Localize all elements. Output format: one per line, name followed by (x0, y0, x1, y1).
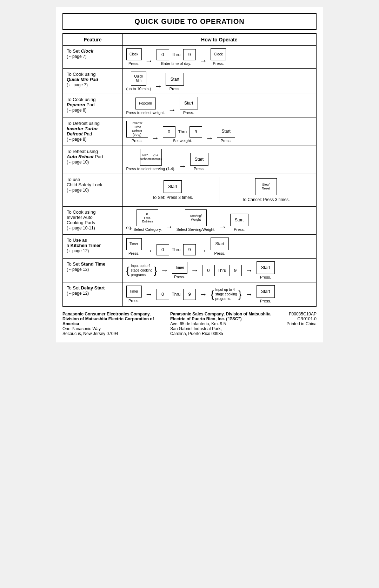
feature-ref: (← page 7) (67, 82, 88, 87)
arrow-icon: → (179, 162, 187, 171)
zero-key[interactable]: 0 (202, 265, 215, 276)
stopreset-key[interactable]: Stop/Reset (255, 178, 277, 195)
operate-inverterauto: eg. 8.Froz.Entrées Select Category. → Se… (122, 207, 316, 235)
operate-clock: Clock Press. → 0 Thru 9 Enter time of da… (122, 46, 316, 69)
set-weight-label: Set weight. (173, 139, 192, 143)
start-key[interactable]: Start (211, 238, 229, 250)
autoreheat-key[interactable]: AutoReheat(1-4 servings) (140, 149, 162, 166)
arrow-icon: → (154, 82, 162, 91)
froz-entrees-key[interactable]: 8.Froz.Entrées (137, 209, 158, 226)
footer-address-1: One Panasonic Way (62, 326, 163, 331)
feature-ref: (←page 8) (67, 137, 87, 142)
press-label: Press. (132, 139, 142, 143)
footer: Panasonic Consumer Electronics Company, … (62, 312, 317, 336)
start-key[interactable]: Start (190, 153, 208, 166)
table-row: To Use as a Kitchen Timer (←page 12) Tim… (63, 235, 316, 259)
start-key[interactable]: Start (217, 125, 235, 138)
page: QUICK GUIDE TO OPERATION Feature How to … (56, 7, 323, 342)
safety-cancel-section: Stop/Reset To Cancel: Press 3 times. (219, 177, 312, 203)
press-label-2: Press. (213, 61, 224, 66)
arrow-icon-2: → (199, 246, 207, 255)
zero-key[interactable]: 0 (163, 126, 175, 138)
press-label-2: Press. (214, 251, 225, 255)
press-label-2: Press. (260, 275, 271, 279)
clock-key-1[interactable]: Clock (126, 48, 142, 60)
operate-quickmin: QuickMin (up to 10 min.) → Start Press. (122, 69, 316, 94)
curly-open: { (211, 289, 214, 299)
guide-table: Feature How to Operate To Set Clock (←pa… (62, 33, 317, 307)
timer-key[interactable]: Timer (126, 238, 142, 250)
footer-left: Panasonic Consumer Electronics Company, … (62, 312, 163, 336)
feature-label: Quick Min Pad (67, 77, 98, 82)
table-row: To use Child Safety Lock (←page 10) Star… (63, 174, 316, 207)
start-key[interactable]: Start (257, 285, 275, 298)
operate-safety: Start To Set: Press 3 times. Stop/Reset … (122, 174, 316, 207)
arrow-icon: → (145, 56, 153, 66)
arrow-icon: → (152, 134, 159, 143)
zero-key[interactable]: 0 (157, 49, 169, 60)
code3: Printed in China (278, 321, 317, 326)
table-row: To Cook using Inverter Auto Cooking Pads… (63, 207, 316, 235)
zero-key[interactable]: 0 (157, 289, 169, 300)
feature-safety: To use Child Safety Lock (←page 10) (63, 174, 122, 207)
start-key[interactable]: Start (257, 261, 275, 274)
press-label: Press. (174, 275, 185, 279)
uptomin-label: (up to 10 min.) (126, 87, 151, 91)
press-label: Press. (128, 61, 139, 66)
code2: CR0101-0 (278, 316, 317, 321)
footer-codes: F00035C10AP CR0101-0 Printed in China (278, 312, 317, 336)
start-key[interactable]: Start (164, 180, 182, 193)
timer-key[interactable]: Timer (126, 286, 142, 298)
safety-set-section: Start To Set: Press 3 times. (126, 177, 220, 203)
feature-ref: (←page 12) (67, 291, 89, 296)
start-key[interactable]: Start (180, 97, 198, 109)
clock-key-2[interactable]: Clock (211, 48, 226, 60)
press-label: Press. (183, 111, 194, 115)
page-title: QUICK GUIDE TO OPERATION (62, 13, 317, 30)
footer-company-right: Panasonic Sales Company, Division of Mat… (170, 312, 271, 321)
footer-address-r2: San Gabriel Industrial Park, (170, 326, 271, 331)
table-row: To Cook using Quick Min Pad (← page 7) Q… (63, 69, 316, 94)
arrow-icon-3: → (245, 266, 253, 275)
start-key[interactable]: Start (166, 73, 184, 86)
feature-quickmin: To Cook using Quick Min Pad (← page 7) (63, 69, 122, 94)
curly-text: Input up to 4-stage cookingprograms. (214, 287, 239, 302)
header-operate: How to Operate (122, 34, 316, 46)
operate-timer: Timer Press. → 0 Thru 9 → (122, 235, 316, 259)
operate-inverter: InverterTurboDefrost(thAg) Press. → 0 Th… (122, 118, 316, 146)
nine-key[interactable]: 9 (183, 244, 196, 255)
start-key[interactable]: Start (230, 214, 248, 226)
nine-key[interactable]: 9 (229, 265, 242, 276)
timer-key[interactable]: Timer (172, 262, 187, 274)
curly-open: { (126, 266, 129, 275)
thru-label: Thru (171, 292, 182, 297)
set-press-label: To Set: Press 3 times. (152, 195, 193, 200)
footer-right: Panasonic Sales Company, Division of Mat… (170, 312, 271, 336)
thru-label: Thru (171, 247, 182, 252)
operate-delaystart: Timer Press. → 0 Thru 9 → (122, 282, 316, 307)
quickmin-key[interactable]: QuickMin (131, 72, 146, 86)
nine-key[interactable]: 9 (183, 289, 196, 300)
operate-popcorn: Popcorn Press to select weight. → Start … (122, 94, 316, 118)
press-label: Press. (194, 167, 205, 171)
popcorn-key[interactable]: Popcorn (135, 98, 156, 109)
table-row: To Set Clock (←page 7) Clock Press. → 0 (63, 46, 316, 69)
cancel-press-label: To Cancel: Press 3 times. (242, 197, 290, 202)
arrow-icon-2: → (199, 56, 207, 66)
arrow-icon-2: → (191, 266, 199, 275)
code1: F00035C10AP (278, 312, 317, 316)
serving-weight-key[interactable]: Serving/Weight (185, 209, 207, 226)
table-row: To Set Stand Time (←page 12) { Input up … (63, 259, 316, 282)
zero-key[interactable]: 0 (157, 244, 169, 255)
footer-address-r1: Ave. 65 de Infanteria, Km. 9.5 (170, 321, 271, 326)
curly-text: Input up to 4-stage cookingprograms. (129, 263, 154, 278)
nine-key[interactable]: 9 (190, 126, 202, 138)
arrow-icon-2: → (199, 290, 207, 299)
feature-inverterauto: To Cook using Inverter Auto Cooking Pads… (63, 207, 122, 235)
feature-ref: (←page 10) (67, 160, 89, 165)
curly-close: } (154, 266, 157, 275)
nine-key[interactable]: 9 (183, 49, 196, 60)
inverter-defrost-key[interactable]: InverterTurboDefrost(thAg) (126, 121, 148, 138)
thru-label: Thru (177, 129, 188, 134)
table-row: To Defrost using Inverter TurboDefrost P… (63, 118, 316, 146)
